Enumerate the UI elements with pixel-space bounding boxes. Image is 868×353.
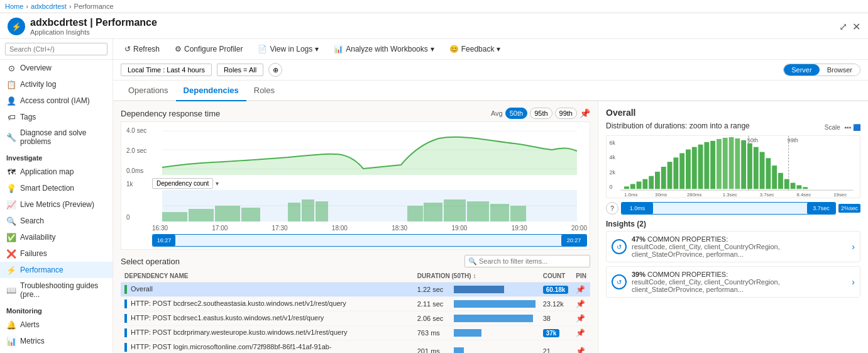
pin-row-button[interactable]: 📌 xyxy=(576,314,585,323)
analyze-workbooks-button[interactable]: 📊 Analyze with Workbooks ▾ xyxy=(330,43,438,55)
sidebar-item-access-control[interactable]: 👤 Access control (IAM) xyxy=(0,92,113,109)
p95-button[interactable]: 95th xyxy=(530,108,552,119)
close-button[interactable]: ✕ xyxy=(852,21,860,33)
dependency-count-dropdown[interactable]: Dependency count xyxy=(152,178,213,189)
scale-toggle[interactable]: ▪▪▪ 🟦 xyxy=(845,124,860,131)
sidebar-item-alerts[interactable]: 🔔 Alerts xyxy=(0,317,113,333)
availability-icon: ✅ xyxy=(6,232,16,242)
dep-pin-cell[interactable]: 📌 xyxy=(572,283,590,297)
dep-pin-cell[interactable]: 📌 xyxy=(572,311,590,326)
configure-profiler-button[interactable]: ⚙ Configure Profiler xyxy=(171,43,246,55)
sidebar-item-diagnose[interactable]: 🔧 Diagnose and solve problems xyxy=(0,125,113,149)
browser-button[interactable]: Browser xyxy=(820,64,860,76)
svg-rect-56 xyxy=(766,158,771,189)
sidebar-item-performance[interactable]: ⚡ Performance xyxy=(0,262,113,278)
operation-search-input[interactable] xyxy=(464,255,590,267)
table-row[interactable]: HTTP: POST bcdrsec2.southeastasia.kusto.… xyxy=(121,297,590,311)
table-row[interactable]: HTTP: POST bcdrprimary.westeurope.kusto.… xyxy=(121,326,590,340)
sidebar-item-label: Metrics xyxy=(20,337,45,345)
insight-refresh-icon-1: ↺ xyxy=(612,239,627,254)
search-input[interactable] xyxy=(5,43,107,55)
percentile-buttons: Avg 50th 95th 99th 📌 xyxy=(491,108,590,119)
dropdown-icon: ▾ xyxy=(315,45,319,53)
zoom-help[interactable]: ? xyxy=(606,202,618,215)
p99-button[interactable]: 99th xyxy=(555,108,577,119)
sidebar-item-overview[interactable]: ⊙ Overview xyxy=(0,60,113,76)
profiler-icon: ⚙ xyxy=(175,45,182,53)
sidebar-item-label: Smart Detection xyxy=(20,184,74,193)
time-selection-bar[interactable]: 16:27 20:27 xyxy=(152,234,587,247)
refresh-button[interactable]: ↺ Refresh xyxy=(121,43,163,55)
table-row[interactable]: HTTP: POST bcdrsec1.eastus.kusto.windows… xyxy=(121,311,590,326)
dep-count-cell: 60.18k xyxy=(539,283,573,297)
page-subtitle: Application Insights xyxy=(30,28,157,36)
pin-row-button[interactable]: 📌 xyxy=(576,328,585,337)
svg-text:19sec: 19sec xyxy=(833,192,847,198)
histogram-zoom-bar[interactable]: 1.0ms 3.7sec xyxy=(621,202,836,215)
sidebar-item-tags[interactable]: 🏷 Tags xyxy=(0,109,113,125)
app-map-icon: 🗺 xyxy=(6,167,16,177)
insight-item-2[interactable]: ↺ 39% COMMON PROPERTIES: resultCode, cli… xyxy=(606,266,860,298)
sidebar-item-activity-log[interactable]: 📋 Activity log xyxy=(0,76,113,92)
sidebar-item-metrics[interactable]: 📊 Metrics xyxy=(0,333,113,349)
monitoring-section-header: Monitoring xyxy=(0,302,113,317)
resize-button[interactable]: ⤢ xyxy=(839,21,847,33)
sidebar-item-failures[interactable]: ❌ Failures xyxy=(0,245,113,262)
zoom-start-handle[interactable]: 1.0ms xyxy=(622,203,653,214)
dep-pin-cell[interactable]: 📌 xyxy=(572,340,590,353)
sidebar-item-smart-detection[interactable]: 💡 Smart Detection xyxy=(0,180,113,196)
table-row[interactable]: Overall 1.22 sec 60.18k📌 xyxy=(121,283,590,297)
dep-pin-cell[interactable]: 📌 xyxy=(572,326,590,340)
svg-text:8.4sec: 8.4sec xyxy=(796,192,811,198)
table-row[interactable]: HTTP: POST login.microsoftonline.com/72f… xyxy=(121,340,590,353)
p50-button[interactable]: 50th xyxy=(505,108,527,119)
col-duration: DURATION (50TH) ↕ xyxy=(414,270,539,283)
sidebar-item-diagnostic-settings[interactable]: ⚙ Diagnostic settings xyxy=(0,349,113,353)
y-axis-label-mid: 2.0 sec xyxy=(126,147,150,154)
sidebar-item-live-metrics[interactable]: 📈 Live Metrics (Preview) xyxy=(0,196,113,213)
breadcrumb-home[interactable]: Home xyxy=(5,3,23,10)
logs-icon: 📄 xyxy=(258,45,267,53)
feedback-icon: 😊 xyxy=(449,45,459,53)
tab-roles[interactable]: Roles xyxy=(246,81,282,101)
view-in-logs-button[interactable]: 📄 View in Logs ▾ xyxy=(254,43,322,55)
svg-text:30ms: 30ms xyxy=(655,192,667,198)
svg-rect-35 xyxy=(637,182,642,189)
pin-row-button[interactable]: 📌 xyxy=(576,285,585,294)
response-time-chart[interactable]: 4.0 sec 2.0 sec 0.0ms xyxy=(121,121,590,250)
server-browser-toggle: Server Browser xyxy=(783,64,860,76)
feedback-button[interactable]: 😊 Feedback ▾ xyxy=(446,43,505,55)
sidebar-item-troubleshooting[interactable]: 📖 Troubleshooting guides (pre... xyxy=(0,278,113,302)
svg-rect-41 xyxy=(673,157,678,189)
server-button[interactable]: Server xyxy=(784,64,819,76)
count-y-top: 1k xyxy=(126,181,150,188)
sidebar-item-app-map[interactable]: 🗺 Application map xyxy=(0,164,113,180)
selection-start-handle[interactable]: 16:27 xyxy=(153,235,175,246)
svg-rect-60 xyxy=(791,182,796,189)
pin-button[interactable]: 📌 xyxy=(580,108,590,118)
add-filter-button[interactable]: ⊕ xyxy=(268,63,282,77)
svg-text:6k: 6k xyxy=(610,140,616,146)
selection-end-handle[interactable]: 20:27 xyxy=(561,235,586,246)
svg-rect-47 xyxy=(710,141,715,189)
pin-row-button[interactable]: 📌 xyxy=(576,347,585,353)
insight-item-1[interactable]: ↺ 47% COMMON PROPERTIES: resultCode, cli… xyxy=(606,231,860,262)
breadcrumb-resource[interactable]: adxbcdrtest xyxy=(31,3,67,10)
dep-duration-cell: 763 ms xyxy=(414,326,539,340)
tab-operations[interactable]: Operations xyxy=(121,81,176,101)
svg-text:99th: 99th xyxy=(788,137,798,143)
sidebar-item-search[interactable]: 🔍 Search xyxy=(0,213,113,229)
svg-text:280ms: 280ms xyxy=(687,192,702,198)
roles-filter[interactable]: Roles = All xyxy=(217,64,263,76)
search-filter-icon: 🔍 xyxy=(468,257,477,266)
zoom-end-handle[interactable]: 3.7sec xyxy=(807,203,835,214)
chart-header: Dependency response time Avg 50th 95th 9… xyxy=(121,108,590,119)
sidebar-item-availability[interactable]: ✅ Availability xyxy=(0,229,113,245)
histogram-svg: 6k 4k 2k 0 1.0ms 30ms 280ms 1.3sec 3.7se… xyxy=(607,136,860,198)
tab-dependencies[interactable]: Dependencies xyxy=(176,81,246,101)
pin-row-button[interactable]: 📌 xyxy=(576,300,585,308)
histogram[interactable]: 6k 4k 2k 0 1.0ms 30ms 280ms 1.3sec 3.7se… xyxy=(606,135,860,198)
dep-count-cell: 37k xyxy=(539,326,573,340)
time-range-filter[interactable]: Local Time : Last 4 hours xyxy=(121,64,212,76)
dep-pin-cell[interactable]: 📌 xyxy=(572,297,590,311)
